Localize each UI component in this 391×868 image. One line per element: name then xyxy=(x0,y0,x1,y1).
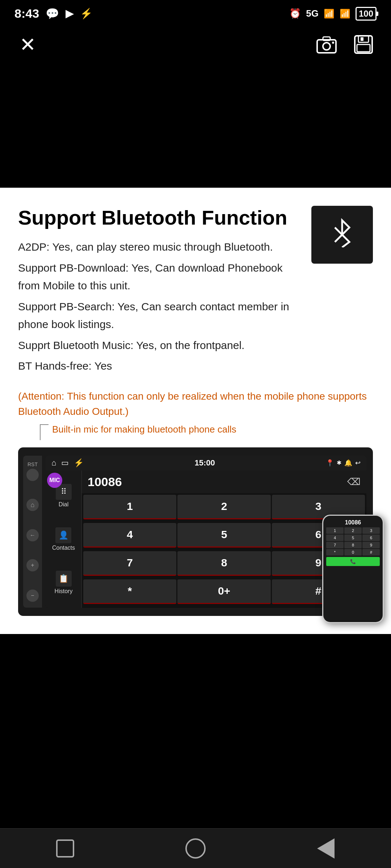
backspace-button[interactable]: ⌫ xyxy=(347,476,361,488)
camera-button[interactable] xyxy=(314,31,340,58)
sidebar-item-dial[interactable]: ⠿ Dial xyxy=(56,484,72,508)
key-1[interactable]: 1 xyxy=(83,495,176,519)
phone-keypad: 1 2 3 4 5 6 7 8 9 * 0 # xyxy=(326,527,380,556)
dial-number-display: 10086 ⌫ xyxy=(82,471,366,493)
side-panel: RST ⌂ ← + − xyxy=(23,456,42,608)
dial-sidebar: ⠿ Dial 👤 Contacts 📋 xyxy=(46,471,82,608)
mic-annotation-text: Built-in mic for making bluetooth phone … xyxy=(52,423,236,436)
phone-screen: 10086 1 2 3 4 5 6 7 8 9 * 0 xyxy=(323,516,383,622)
phone-key-1: 1 xyxy=(326,527,344,534)
back-triangle-icon xyxy=(317,838,335,859)
device-screen: ⌂ ▭ ⚡ 15:00 📍 ✱ 🔔 ↩ xyxy=(46,455,366,608)
history-icon: 📋 xyxy=(56,571,72,587)
messenger-icon: ⚡ xyxy=(80,8,93,20)
contacts-label: Contacts xyxy=(52,545,75,551)
gps-icon: 📍 xyxy=(326,459,334,467)
bottom-nav xyxy=(0,828,391,868)
phone-key-4: 4 xyxy=(326,535,344,541)
contacts-icon: 👤 xyxy=(55,527,71,543)
key-star[interactable]: * xyxy=(83,579,176,604)
key-2[interactable]: 2 xyxy=(177,495,270,519)
dial-label: Dial xyxy=(59,501,69,508)
key-7[interactable]: 7 xyxy=(83,551,176,576)
device-image: RST ⌂ ← + − xyxy=(18,447,373,616)
play-icon: ▶ xyxy=(66,8,73,20)
close-icon: ✕ xyxy=(20,33,36,56)
square-icon xyxy=(56,839,74,858)
home-nav-icon[interactable]: ⌂ xyxy=(51,458,56,468)
phone-overlay: 10086 1 2 3 4 5 6 7 8 9 * 0 xyxy=(322,515,384,623)
sidebar-item-history[interactable]: 📋 History xyxy=(55,571,73,595)
body-line-5: BT Hands-free: Yes xyxy=(18,357,300,375)
svg-rect-7 xyxy=(361,37,363,41)
key-5[interactable]: 5 xyxy=(177,523,270,548)
key-0[interactable]: 0+ xyxy=(177,579,270,604)
back-nav-button[interactable] xyxy=(311,834,340,863)
signal-icon: 📶 xyxy=(324,9,335,19)
mic-badge: MIC xyxy=(47,473,62,488)
power-button[interactable] xyxy=(26,469,39,481)
phone-key-hash: # xyxy=(362,549,380,556)
annotation-bracket xyxy=(40,424,49,440)
window-nav-icon[interactable]: ▭ xyxy=(61,458,69,468)
body-line-1: A2DP: Yes, can play stereo music through… xyxy=(18,238,300,256)
svg-point-3 xyxy=(332,42,334,44)
phone-key-9: 9 xyxy=(362,542,380,548)
screen-time: 15:00 xyxy=(195,458,215,468)
phone-key-6: 6 xyxy=(362,535,380,541)
square-nav-button[interactable] xyxy=(51,834,80,863)
usb-nav-icon[interactable]: ⚡ xyxy=(74,458,84,468)
back-screen-icon[interactable]: ↩ xyxy=(355,459,361,467)
battery-label: 100 xyxy=(359,9,373,19)
close-button[interactable]: ✕ xyxy=(14,31,41,58)
alarm-icon: ⏰ xyxy=(289,8,301,19)
body-line-2: Support PB-Download: Yes, Can download P… xyxy=(18,259,300,295)
dial-area: ⠿ Dial 👤 Contacts 📋 xyxy=(46,471,366,608)
svg-rect-2 xyxy=(323,37,330,41)
back-side-button[interactable]: ← xyxy=(26,529,39,541)
phone-key-star: * xyxy=(326,549,344,556)
status-right: ⏰ 5G 📶 📶 100 xyxy=(289,7,377,21)
body-line-3: Support PB-Search: Yes, Can search conta… xyxy=(18,298,300,333)
svg-point-1 xyxy=(323,43,330,50)
svg-rect-6 xyxy=(357,44,370,52)
key-8[interactable]: 8 xyxy=(177,551,270,576)
vol-up-button[interactable]: + xyxy=(26,559,39,571)
save-button[interactable] xyxy=(350,31,377,58)
device-container: MIC RST ⌂ ← + − xyxy=(18,447,373,616)
mic-annotation-wrapper: Built-in mic for making bluetooth phone … xyxy=(40,423,373,440)
phone-key-0: 0 xyxy=(344,549,362,556)
status-left: 8:43 💬 ▶ ⚡ xyxy=(14,7,93,21)
vol-down-button[interactable]: − xyxy=(26,590,39,602)
sidebar-item-contacts[interactable]: 👤 Contacts xyxy=(52,527,75,551)
phone-key-3: 3 xyxy=(362,527,380,534)
bluetooth-icon xyxy=(326,215,358,255)
screen-nav-icons: ⌂ ▭ ⚡ xyxy=(51,458,84,468)
phone-number: 10086 xyxy=(326,519,380,526)
bt-status-icon: ✱ xyxy=(337,459,341,466)
phone-key-5: 5 xyxy=(344,535,362,541)
5g-label: 5G xyxy=(306,8,319,19)
dial-number: 10086 xyxy=(88,475,122,489)
signal-icon-2: 📶 xyxy=(340,9,350,19)
home-nav-button[interactable] xyxy=(181,834,210,863)
history-label: History xyxy=(55,588,73,595)
content-area: Support Bluetooth Function A2DP: Yes, ca… xyxy=(0,188,391,634)
screen-top-bar: ⌂ ▭ ⚡ 15:00 📍 ✱ 🔔 ↩ xyxy=(46,455,366,471)
screen-status-icons: 📍 ✱ 🔔 ↩ xyxy=(326,459,361,467)
time-display: 8:43 xyxy=(14,7,39,21)
whatsapp-icon: 💬 xyxy=(46,7,59,20)
home-side-button[interactable]: ⌂ xyxy=(26,499,39,511)
toolbar: ✕ xyxy=(0,24,391,65)
key-4[interactable]: 4 xyxy=(83,523,176,548)
phone-call-button: 📞 xyxy=(326,557,380,566)
rst-label: RST xyxy=(28,461,38,467)
black-area-top xyxy=(0,65,391,188)
status-bar: 8:43 💬 ▶ ⚡ ⏰ 5G 📶 📶 100 xyxy=(0,0,391,24)
phone-key-2: 2 xyxy=(344,527,362,534)
save-icon xyxy=(353,34,374,55)
bluetooth-icon-box xyxy=(311,206,373,264)
phone-key-8: 8 xyxy=(344,542,362,548)
circle-icon xyxy=(185,838,206,859)
sound-icon: 🔔 xyxy=(344,459,352,467)
